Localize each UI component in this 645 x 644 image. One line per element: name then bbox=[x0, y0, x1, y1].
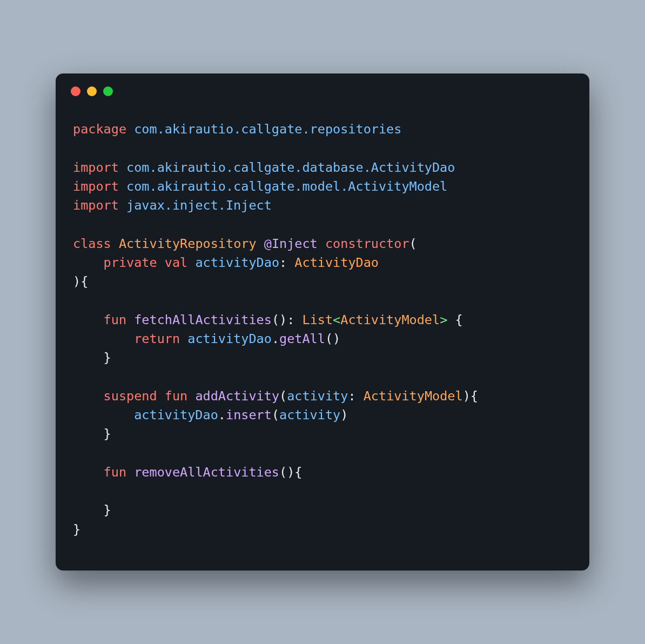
punct: { bbox=[447, 312, 462, 327]
keyword: package bbox=[73, 122, 126, 137]
keyword: import bbox=[73, 179, 119, 194]
keyword: constructor bbox=[325, 236, 409, 251]
minimize-icon[interactable] bbox=[87, 86, 97, 96]
function-name: addActivity bbox=[195, 388, 279, 404]
punct: ( bbox=[272, 407, 279, 422]
type: ActivityDao bbox=[294, 255, 379, 270]
punct: } bbox=[104, 502, 111, 518]
punct: } bbox=[104, 426, 111, 441]
punct: ( bbox=[279, 388, 287, 404]
import-path: com.akirautio.callgate.model.ActivityMod… bbox=[126, 179, 447, 194]
identifier: activityDao bbox=[195, 255, 279, 270]
keyword: val bbox=[165, 255, 187, 270]
close-icon[interactable] bbox=[71, 86, 80, 96]
annotation: @Inject bbox=[264, 236, 318, 251]
package-path: com.akirautio.callgate.repositories bbox=[134, 122, 401, 137]
keyword: fun bbox=[165, 388, 187, 404]
window-titlebar bbox=[56, 73, 589, 104]
maximize-icon[interactable] bbox=[103, 86, 113, 96]
method-call: getAll bbox=[279, 331, 325, 346]
keyword: import bbox=[73, 160, 119, 175]
code-window: package com.akirautio.callgate.repositor… bbox=[56, 73, 589, 571]
punct: ) bbox=[340, 407, 348, 422]
type: ActivityModel bbox=[364, 388, 463, 404]
function-name: fetchAllActivities bbox=[134, 312, 272, 327]
keyword: fun bbox=[104, 312, 126, 327]
punct: : bbox=[279, 255, 287, 270]
keyword: import bbox=[73, 198, 119, 213]
class-name: ActivityRepository bbox=[119, 236, 257, 251]
punct: . bbox=[272, 331, 279, 346]
punct: ( bbox=[409, 236, 417, 251]
param: activity bbox=[287, 388, 348, 404]
punct: () bbox=[325, 331, 340, 346]
import-path: com.akirautio.callgate.database.Activity… bbox=[126, 160, 455, 175]
keyword: return bbox=[134, 331, 180, 346]
punct: (){ bbox=[279, 465, 302, 480]
code-editor[interactable]: package com.akirautio.callgate.repositor… bbox=[56, 104, 589, 545]
punct: : bbox=[348, 388, 355, 404]
generic-type: ActivityModel bbox=[340, 312, 440, 327]
punct: . bbox=[218, 407, 226, 422]
arg: activity bbox=[279, 407, 340, 422]
type: List bbox=[302, 312, 333, 327]
punct: ){ bbox=[73, 274, 88, 289]
punct: } bbox=[73, 522, 80, 537]
punct: < bbox=[333, 312, 340, 327]
keyword: class bbox=[73, 236, 111, 251]
method-call: insert bbox=[226, 407, 272, 422]
punct: (): bbox=[272, 312, 294, 327]
keyword: suspend bbox=[104, 388, 157, 404]
punct: > bbox=[440, 312, 447, 327]
import-path: javax.inject.Inject bbox=[126, 198, 272, 213]
punct: } bbox=[104, 350, 111, 365]
identifier: activityDao bbox=[134, 407, 218, 422]
punct: ){ bbox=[463, 388, 478, 404]
keyword: private bbox=[104, 255, 157, 270]
keyword: fun bbox=[104, 465, 126, 480]
identifier: activityDao bbox=[187, 331, 272, 346]
function-name: removeAllActivities bbox=[134, 465, 279, 480]
